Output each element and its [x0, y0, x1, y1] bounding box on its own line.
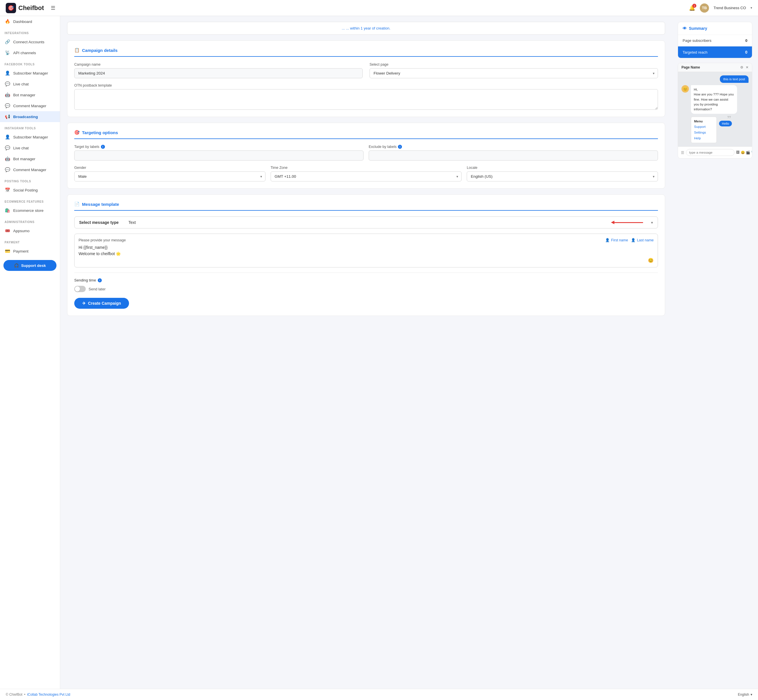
footer-link[interactable]: iCollab Technologies Pvt Ltd	[27, 692, 70, 697]
target-labels-label: Target by labels i	[74, 145, 364, 149]
sidebar-label-fb-broadcasting: Broadcasting	[13, 115, 38, 119]
message-type-row[interactable]: Select message type Text ▾	[74, 216, 658, 228]
chat-menu-help[interactable]: Help	[691, 135, 716, 141]
message-title-text: Message template	[82, 202, 119, 207]
sidebar-item-payment[interactable]: 💳 Payment	[0, 246, 60, 256]
chat-hello-button[interactable]: Hello	[719, 121, 732, 127]
sidebar-label-fb-subscriber: Subscriber Manager	[13, 71, 48, 75]
sending-section: Sending time i Send later	[74, 278, 658, 292]
chat-close-icon[interactable]: ✕	[745, 66, 749, 69]
sidebar-item-ig-botmanager[interactable]: 🤖 Bot manager	[0, 153, 60, 164]
chat-input[interactable]	[686, 149, 735, 156]
exclude-labels-text: Exclude by labels	[369, 145, 397, 149]
campaign-title-text: Campaign details	[82, 48, 117, 53]
navbar: 🎯 Cheifbot ☰ 🔔 1 TB Trend Business CO ▾	[0, 0, 758, 16]
send-later-toggle[interactable]	[74, 286, 86, 292]
chat-attachment-icon[interactable]: 📎	[751, 150, 752, 155]
business-chevron-icon[interactable]: ▾	[750, 6, 752, 10]
exclude-labels-info-icon[interactable]: i	[398, 145, 402, 149]
sidebar-item-api-channels[interactable]: 📡 API channels	[0, 47, 60, 58]
chat-menu: Menu Support Settings Help	[691, 117, 717, 143]
api-channels-icon: 📡	[5, 50, 10, 56]
sidebar-item-fb-botmanager[interactable]: 🤖 Bot manager	[0, 89, 60, 100]
navbar-right: 🔔 1 TB Trend Business CO ▾	[689, 3, 752, 12]
support-desk-button[interactable]: 🎧 Support desk	[3, 260, 56, 271]
otn-textarea[interactable]	[74, 89, 658, 110]
sending-info-icon[interactable]: i	[98, 278, 102, 282]
chat-menu-icon[interactable]: ☰	[681, 150, 685, 155]
chat-gif-icon[interactable]: 🎬	[746, 150, 750, 155]
sidebar-item-dashboard[interactable]: 🔥 Dashboard	[0, 16, 60, 27]
chat-settings-icon[interactable]: ⚙	[740, 66, 743, 69]
sidebar-item-connect-accounts[interactable]: 🔗 Connect Accounts	[0, 36, 60, 47]
last-name-person-icon: 👤	[631, 238, 636, 242]
emoji-button[interactable]: 😊	[648, 258, 654, 263]
campaign-name-input[interactable]	[74, 68, 363, 78]
select-page-dropdown[interactable]: Flower Delivery	[370, 68, 658, 78]
chat-sticker-icon[interactable]: 😀	[741, 150, 745, 155]
gender-select[interactable]: Male Female All	[74, 172, 266, 181]
chat-header: Page Name ⚙ ✕	[678, 63, 752, 72]
summary-panel: 👁 Summary Page subscribers 0 Targeted re…	[672, 16, 758, 164]
business-name: Trend Business CO	[714, 6, 746, 10]
name-buttons: 👤 First name 👤 Last name	[605, 238, 654, 242]
summary-card: 👁 Summary Page subscribers 0 Targeted re…	[678, 22, 752, 58]
sidebar-item-fb-broadcasting[interactable]: 📢 Broadcasting	[0, 111, 60, 122]
page-subscribers-row: Page subscribers 0	[678, 35, 752, 47]
chat-image-icon[interactable]: 🖼	[736, 150, 740, 155]
sidebar-item-fb-subscriber[interactable]: 👤 Subscriber Manager	[0, 68, 60, 78]
msg-type-label: Select message type	[79, 220, 125, 225]
notice-content: within 1 year of creation.	[350, 26, 391, 30]
dashboard-icon: 🔥	[5, 19, 10, 24]
sidebar-item-appsumo[interactable]: 🎟️ Appsumo	[0, 225, 60, 236]
first-name-button[interactable]: 👤 First name	[605, 238, 628, 242]
timezone-select[interactable]: GMT +11.00	[270, 172, 462, 181]
fb-broadcasting-icon: 📢	[5, 114, 10, 120]
create-campaign-button[interactable]: ✈ Create Campaign	[74, 298, 129, 309]
ig-subscriber-icon: 👤	[5, 134, 10, 140]
message-content-area: Please provide your message 👤 First name…	[74, 234, 658, 267]
targeting-labels-row: Target by labels i Exclude by labels i	[74, 145, 658, 161]
sidebar-label-fb-livechat: Live chat	[13, 82, 29, 86]
top-notice: ... ... within 1 year of creation.	[67, 22, 665, 35]
targeting-title: 🎯 Targeting options	[74, 130, 658, 139]
chat-messages: this is text post 😊 Hi,How are you ??? H…	[678, 72, 752, 147]
last-name-button[interactable]: 👤 Last name	[631, 238, 654, 242]
campaign-name-row: Campaign name Select page Flower Deliver…	[74, 62, 658, 78]
avatar[interactable]: TB	[700, 3, 709, 12]
exclude-labels-input[interactable]	[369, 150, 658, 161]
chat-menu-support[interactable]: Support	[691, 124, 716, 130]
social-posting-icon: 📅	[5, 187, 10, 193]
footer-separator: •	[24, 692, 25, 697]
form-area: ... ... within 1 year of creation. 📋 Cam…	[60, 16, 672, 327]
message-template-card: 📄 Message template Select message type T…	[67, 194, 665, 316]
sidebar-item-ig-comment[interactable]: 💬 Comment Manager	[0, 164, 60, 175]
footer-right[interactable]: English ▾	[738, 692, 752, 697]
notification-bell[interactable]: 🔔 1	[689, 5, 695, 11]
sidebar-label-ig-botmanager: Bot manager	[13, 157, 35, 161]
main-content: ... ... within 1 year of creation. 📋 Cam…	[60, 16, 758, 689]
sidebar-item-ig-subscriber[interactable]: 👤 Subscriber Manager	[0, 131, 60, 142]
chat-menu-settings[interactable]: Settings	[691, 130, 716, 135]
target-labels-info-icon[interactable]: i	[101, 145, 105, 149]
section-label-ecommerce: ECOMMERCE FEATURES	[0, 195, 60, 205]
locale-select-wrapper: English (US)	[467, 172, 658, 181]
sidebar-item-ig-livechat[interactable]: 💬 Live chat	[0, 142, 60, 153]
message-line-2: Welcome to cheifbot 🌟	[78, 252, 654, 256]
logo-icon: 🎯	[6, 3, 16, 13]
targeting-title-icon: 🎯	[74, 130, 80, 135]
hamburger-icon[interactable]: ☰	[51, 5, 55, 11]
message-line-1: Hi {{first_name}}	[78, 245, 654, 250]
page-subscribers-label: Page subscribers	[683, 38, 711, 43]
sidebar-item-ecommerce[interactable]: 🛍️ Ecommerce store	[0, 205, 60, 216]
summary-title-text: Summary	[689, 26, 707, 31]
locale-select[interactable]: English (US)	[467, 172, 658, 181]
target-labels-input[interactable]	[74, 150, 364, 161]
timezone-label: Time Zone	[270, 166, 462, 170]
red-arrow	[614, 222, 643, 223]
sidebar-item-fb-comment[interactable]: 💬 Comment Manager	[0, 100, 60, 111]
sidebar-item-fb-livechat[interactable]: 💬 Live chat	[0, 78, 60, 89]
sidebar-item-social-posting[interactable]: 📅 Social Posting	[0, 184, 60, 195]
msg-type-chevron-icon[interactable]: ▾	[651, 220, 653, 225]
connect-accounts-icon: 🔗	[5, 39, 10, 45]
